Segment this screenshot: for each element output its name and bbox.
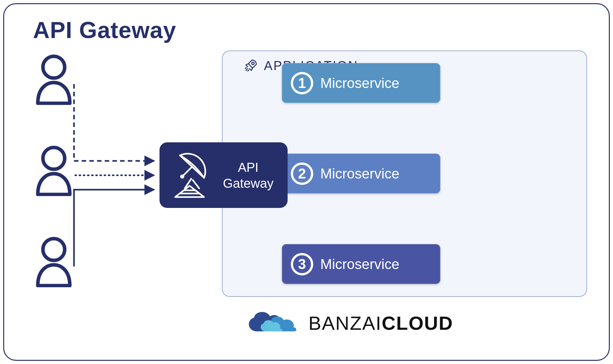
rocket-icon	[243, 58, 258, 73]
api-gateway-label: API Gateway	[218, 159, 279, 191]
branding: BANZAICLOUD	[243, 307, 453, 339]
microservice-3-label: Microservice	[320, 256, 399, 272]
microservice-2: 2 Microservice	[282, 154, 440, 194]
svg-line-4	[183, 167, 192, 176]
microservice-1-number: 1	[291, 72, 313, 94]
svg-point-3	[252, 62, 254, 65]
diagram-frame: API Gateway	[3, 3, 610, 361]
microservice-1: 1 Microservice	[282, 63, 440, 103]
microservice-1-label: Microservice	[320, 75, 399, 91]
svg-line-7	[193, 180, 199, 188]
banzaicloud-logo-icon	[243, 307, 299, 339]
api-gateway-box: API Gateway	[159, 142, 288, 208]
microservice-2-number: 2	[291, 162, 313, 185]
microservice-3: 3 Microservice	[282, 244, 440, 284]
svg-point-5	[181, 175, 184, 178]
satellite-dish-icon	[167, 151, 212, 200]
microservice-2-label: Microservice	[320, 166, 399, 182]
branding-text: BANZAICLOUD	[308, 312, 453, 334]
microservice-3-number: 3	[291, 253, 313, 275]
